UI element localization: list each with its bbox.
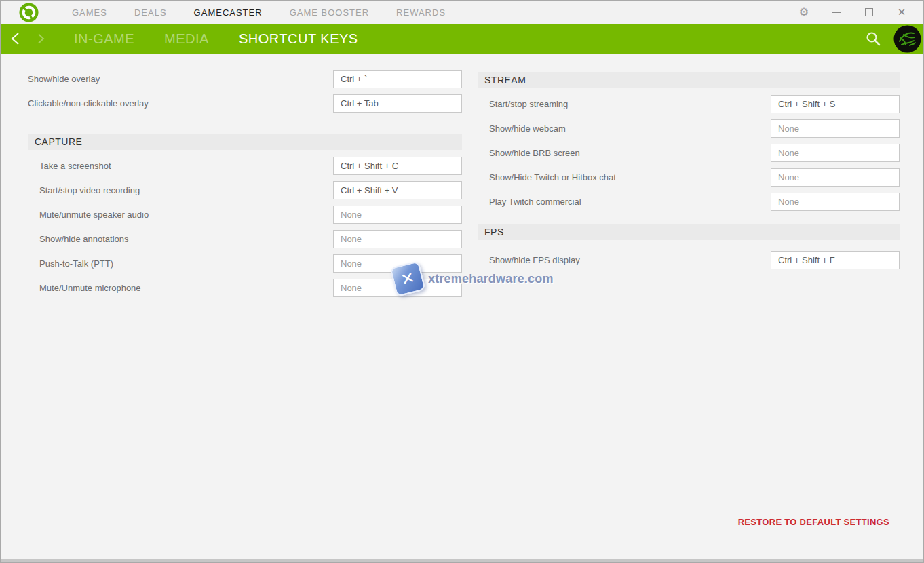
hotkey-input-webcam[interactable]: None [771,119,900,138]
hotkey-row: Take a screenshot Ctrl + Shift + C [28,157,462,175]
hotkey-input-streaming[interactable]: Ctrl + Shift + S [771,95,900,113]
hotkey-label: Show/hide FPS display [478,255,580,265]
hotkey-row: Start/stop streaming Ctrl + Shift + S [478,95,900,113]
tab-rewards[interactable]: REWARDS [396,7,446,18]
chevron-right-icon [35,32,47,45]
hotkey-label: Play Twitch commercial [478,197,581,207]
tab-deals[interactable]: DEALS [134,7,167,18]
hotkey-input-mute-speaker[interactable]: None [333,206,462,224]
close-icon: ✕ [898,6,906,18]
hotkey-input-clickable-overlay[interactable]: Ctrl + Tab [333,94,462,113]
hotkey-row: Show/hide webcam None [478,119,900,138]
window-bottom-edge [1,559,923,562]
hotkey-input-video-recording[interactable]: Ctrl + Shift + V [333,181,462,199]
top-bar: GAMES DEALS GAMECASTER GAME BOOSTER REWA… [1,1,923,24]
gear-icon: ⚙ [799,7,809,18]
window-controls: ⚙ ✕ [788,1,918,24]
hotkey-label: Clickable/non-clickable overlay [28,98,149,109]
tab-game-booster[interactable]: GAME BOOSTER [290,7,369,18]
tab-shortcut-keys[interactable]: SHORTCUT KEYS [239,31,358,47]
app-window: GAMES DEALS GAMECASTER GAME BOOSTER REWA… [0,0,924,563]
section-header-stream: STREAM [478,72,900,88]
restore-defaults-link[interactable]: RESTORE TO DEFAULT SETTINGS [738,517,889,527]
close-button[interactable]: ✕ [885,1,918,24]
hotkey-label: Show/hide webcam [478,123,566,134]
hotkey-label: Show/hide overlay [28,74,100,84]
minimize-button[interactable] [820,1,853,24]
hotkey-row: Push-to-Talk (PTT) None [28,254,462,273]
gamecaster-avatar[interactable] [893,25,921,53]
hotkey-input-twitch-commercial[interactable]: None [771,193,900,211]
maximize-button[interactable] [853,1,885,24]
tab-games[interactable]: GAMES [72,7,107,18]
hotkey-label: Mute/Unmute microphone [28,283,141,293]
hotkey-row: Clickable/non-clickable overlay Ctrl + T… [28,94,462,113]
hotkey-row: Show/hide annotations None [28,230,462,248]
razer-cortex-logo [19,3,39,22]
hotkey-input-show-hide-overlay[interactable]: Ctrl + ` [333,70,462,88]
hotkey-input-ptt[interactable]: None [333,254,462,273]
section-header-capture: CAPTURE [28,134,462,150]
hotkey-row: Mute/Unmute microphone None [28,279,462,297]
maximize-icon [865,8,873,16]
hotkey-input-brb-screen[interactable]: None [771,144,900,162]
hotkey-label: Mute/unmute speaker audio [28,210,149,220]
hotkey-label: Push-to-Talk (PTT) [28,258,113,269]
hotkey-row: Show/Hide Twitch or Hitbox chat None [478,168,900,187]
hotkey-row: Show/hide BRB screen None [478,144,900,162]
hotkey-label: Take a screenshot [28,161,111,171]
hotkey-input-take-screenshot[interactable]: Ctrl + Shift + C [333,157,462,175]
tab-gamecaster[interactable]: GAMECASTER [194,7,263,18]
search-icon[interactable] [865,31,881,47]
gamecaster-nav-bar: IN-GAME MEDIA SHORTCUT KEYS [1,24,923,54]
settings-button[interactable]: ⚙ [788,1,820,24]
hotkey-input-annotations[interactable]: None [333,230,462,248]
hotkey-input-fps-display[interactable]: Ctrl + Shift + F [771,251,900,269]
hotkey-label: Start/stop streaming [478,99,568,109]
hotkey-input-twitch-chat[interactable]: None [771,168,900,187]
hotkey-label: Show/hide annotations [28,234,129,244]
hotkey-row: Show/hide FPS display Ctrl + Shift + F [478,251,900,269]
hotkey-label: Show/hide BRB screen [478,148,580,158]
hotkey-row: Mute/unmute speaker audio None [28,206,462,224]
hotkey-row: Play Twitch commercial None [478,193,900,211]
section-header-fps: FPS [478,224,900,240]
hotkey-row: Show/hide overlay Ctrl + ` [28,70,462,88]
chevron-left-icon[interactable] [9,32,22,45]
minimize-icon [832,12,841,13]
hotkey-input-mute-microphone[interactable]: None [333,279,462,297]
shortcut-keys-page: Show/hide overlay Ctrl + ` Clickable/non… [1,54,923,559]
hotkey-row: Start/stop video recording Ctrl + Shift … [28,181,462,199]
tab-in-game[interactable]: IN-GAME [74,31,134,47]
hotkey-label: Show/Hide Twitch or Hitbox chat [478,172,616,182]
hotkey-label: Start/stop video recording [28,185,140,195]
tab-media[interactable]: MEDIA [164,31,209,47]
top-tab-strip: GAMES DEALS GAMECASTER GAME BOOSTER REWA… [72,7,446,18]
sub-tab-strip: IN-GAME MEDIA SHORTCUT KEYS [74,31,358,47]
